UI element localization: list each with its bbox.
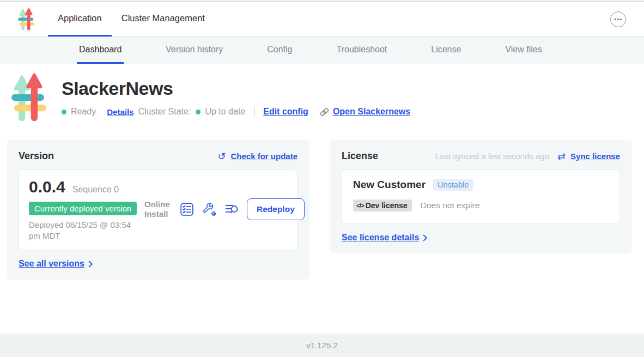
top-nav: Application Cluster Management	[0, 2, 644, 37]
console-footer: v1.125.2	[0, 334, 644, 357]
app-status-dot-icon	[62, 110, 66, 114]
primary-tabs: Application Cluster Management	[48, 2, 215, 37]
customer-name: New Customer	[353, 179, 426, 191]
view-logs-icon[interactable]	[224, 202, 239, 216]
code-icon: </>	[356, 202, 364, 209]
license-type-badge: </> Dev license	[353, 199, 412, 211]
link-chain-icon	[319, 107, 330, 117]
ellipsis-icon	[615, 19, 616, 20]
edit-config-link[interactable]: Edit config	[263, 107, 308, 117]
more-menu-button[interactable]	[610, 11, 626, 27]
cluster-state-label: Cluster State:	[138, 107, 191, 117]
console-version: v1.125.2	[306, 341, 338, 350]
refresh-icon: ↺	[217, 152, 226, 161]
license-card: License Last synced a few seconds ago ⇄ …	[330, 140, 632, 253]
deployed-version-badge: Currently deployed version	[29, 202, 137, 215]
version-card-title: Version	[19, 150, 54, 162]
chevron-right-icon	[423, 234, 428, 241]
see-all-versions-link[interactable]: See all versions	[19, 259, 84, 269]
app-status-text: Ready	[71, 107, 96, 117]
version-sequence: Sequence 0	[72, 185, 119, 195]
app-logo	[16, 2, 35, 37]
license-type-label: Dev license	[366, 201, 408, 210]
page-title: SlackerNews	[62, 78, 410, 99]
chevron-right-icon	[88, 261, 93, 268]
tab-application[interactable]: Application	[48, 2, 112, 37]
ellipsis-icon	[617, 19, 619, 20]
license-card-title: License	[342, 150, 378, 162]
main-content: SlackerNews Ready Details Cluster State:…	[0, 64, 644, 334]
cluster-state-value: Up to date	[205, 107, 245, 117]
app-header: SlackerNews Ready Details Cluster State:…	[10, 71, 644, 123]
version-number: 0.0.4	[29, 178, 65, 196]
ellipsis-icon	[620, 19, 622, 20]
divider	[254, 106, 254, 118]
current-version-panel: 0.0.4 Sequence 0 Currently deployed vers…	[19, 170, 297, 250]
last-synced-text: Last synced a few seconds ago	[435, 152, 549, 161]
channel-badge: Unstable	[433, 179, 473, 191]
subnav-dashboard[interactable]: Dashboard	[77, 37, 124, 64]
version-card: Version ↺ Check for update 0.0.4 Sequenc…	[7, 140, 309, 280]
cluster-state-dot-icon	[196, 110, 201, 114]
redeploy-button[interactable]: Redeploy	[247, 198, 305, 220]
status-details-link[interactable]: Details	[107, 107, 133, 117]
sync-license-link[interactable]: Sync license	[570, 152, 620, 161]
config-wrench-icon[interactable]	[202, 202, 216, 216]
subnav-license[interactable]: License	[429, 37, 463, 64]
open-app-link[interactable]: Open Slackernews	[333, 107, 410, 117]
preflight-checks-icon[interactable]	[180, 202, 194, 216]
deployed-timestamp: Deployed 08/15/25 @ 03:54 pm MDT	[29, 220, 144, 241]
subnav-config[interactable]: Config	[265, 37, 294, 64]
app-subnav: Dashboard Version history Config Trouble…	[0, 37, 644, 64]
sync-arrows-icon: ⇄	[557, 152, 566, 161]
dashboard-cards: Version ↺ Check for update 0.0.4 Sequenc…	[7, 140, 632, 280]
slackernews-app-icon	[10, 71, 46, 123]
license-expiry: Does not expire	[421, 201, 480, 210]
check-for-update-link[interactable]: Check for update	[230, 152, 297, 161]
license-panel: New Customer Unstable </> Dev license Do…	[342, 170, 620, 224]
slackernews-logo-icon	[16, 7, 35, 31]
install-type-label: Online Install	[144, 199, 172, 219]
subnav-version-history[interactable]: Version history	[163, 37, 225, 64]
tab-cluster-management[interactable]: Cluster Management	[112, 2, 215, 37]
app-status-row: Ready Details Cluster State: Up to date …	[62, 106, 410, 118]
subnav-troubleshoot[interactable]: Troubleshoot	[334, 37, 389, 64]
see-license-details-link[interactable]: See license details	[342, 233, 419, 243]
subnav-view-files[interactable]: View files	[503, 37, 544, 64]
